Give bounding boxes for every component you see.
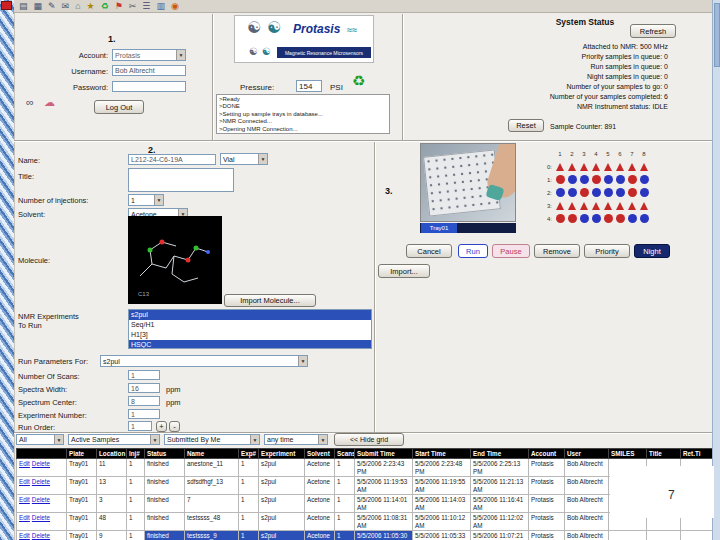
tray-well[interactable]	[590, 213, 602, 225]
flag-icon[interactable]: ⚑	[115, 0, 123, 13]
tray-well[interactable]	[590, 174, 602, 186]
tray-well[interactable]	[554, 187, 566, 199]
width-input[interactable]	[128, 383, 160, 393]
experiments-list[interactable]: s2pulSeq/H1H1[3]HSQC	[128, 309, 372, 349]
edit-link[interactable]: Edit	[19, 496, 30, 503]
tray-well[interactable]	[566, 161, 578, 173]
tray-well[interactable]	[638, 213, 650, 225]
tray-well[interactable]	[578, 174, 590, 186]
tray-well[interactable]	[638, 187, 650, 199]
grid-header[interactable]: Start Time	[413, 449, 471, 459]
filter-scope-select[interactable]: All ▼	[16, 434, 64, 445]
tray-well[interactable]	[638, 161, 650, 173]
vial-select[interactable]: Vial ▼	[220, 153, 268, 165]
grid-header[interactable]: Plate	[67, 449, 97, 459]
tray-well[interactable]	[626, 161, 638, 173]
experiment-option[interactable]: HSQC	[129, 340, 371, 349]
tray-well[interactable]	[626, 187, 638, 199]
tray-well[interactable]	[614, 200, 626, 212]
delete-link[interactable]: Delete	[32, 532, 50, 539]
grid-header[interactable]: SMILES	[609, 449, 647, 459]
name-input[interactable]	[128, 154, 216, 165]
run-button[interactable]: Run	[458, 244, 488, 258]
tray-well[interactable]	[578, 187, 590, 199]
tray-well[interactable]	[566, 174, 578, 186]
tray-well[interactable]	[554, 174, 566, 186]
grid-header[interactable]: Account	[529, 449, 565, 459]
recycle-icon[interactable]: ♻	[101, 0, 109, 13]
logout-button[interactable]: Log Out	[94, 100, 144, 114]
tray-well[interactable]	[614, 161, 626, 173]
tray-well[interactable]	[554, 161, 566, 173]
tray-well[interactable]	[602, 174, 614, 186]
tray-well[interactable]	[626, 200, 638, 212]
expnum-input[interactable]	[128, 409, 160, 419]
edit-icon[interactable]: ✎	[48, 0, 56, 13]
delete-link[interactable]: Delete	[32, 496, 50, 503]
tray-well[interactable]	[590, 187, 602, 199]
username-input[interactable]	[112, 65, 186, 76]
remove-button[interactable]: Remove	[534, 244, 580, 258]
scrollbar-thumb[interactable]	[714, 3, 720, 67]
filter-status-select[interactable]: Active Samples ▼	[68, 434, 160, 445]
center-input[interactable]	[128, 396, 160, 406]
night-button[interactable]: Night	[634, 244, 670, 258]
tray-well[interactable]	[638, 174, 650, 186]
tray-well[interactable]	[614, 213, 626, 225]
edit-link[interactable]: Edit	[19, 460, 30, 467]
run-order-increment-button[interactable]: +	[156, 421, 167, 432]
delete-link[interactable]: Delete	[32, 478, 50, 485]
tray-well[interactable]	[602, 187, 614, 199]
experiment-option[interactable]: s2pul	[129, 310, 371, 320]
tray-well[interactable]	[602, 213, 614, 225]
experiment-option[interactable]: Seq/H1	[129, 320, 371, 330]
tray-well[interactable]	[614, 174, 626, 186]
tray-well[interactable]	[602, 161, 614, 173]
delete-link[interactable]: Delete	[32, 460, 50, 467]
edit-link[interactable]: Edit	[19, 532, 30, 539]
tray-well[interactable]	[626, 213, 638, 225]
star-icon[interactable]: ★	[87, 0, 95, 13]
grid-header[interactable]: Scans	[335, 449, 355, 459]
delete-link[interactable]: Delete	[32, 514, 50, 521]
run-order-decrement-button[interactable]: -	[169, 421, 180, 432]
grid-header[interactable]: End Time	[471, 449, 529, 459]
import-molecule-button[interactable]: Import Molecule...	[224, 294, 316, 307]
tray-well[interactable]	[578, 161, 590, 173]
injections-select[interactable]: 1 ▼	[128, 194, 164, 206]
grid-header[interactable]: Ret.Ti	[681, 449, 713, 459]
record-icon[interactable]: ◉	[171, 0, 179, 13]
refresh-button[interactable]: Refresh	[630, 24, 676, 38]
tray-well[interactable]	[578, 213, 590, 225]
chart-icon[interactable]: ▥	[156, 0, 165, 13]
run-params-select[interactable]: s2pul ▼	[100, 355, 308, 367]
import-button[interactable]: Import...	[378, 264, 430, 278]
title-textarea[interactable]	[128, 168, 234, 192]
tray-well[interactable]	[566, 187, 578, 199]
grid-header[interactable]: Title	[647, 449, 681, 459]
cancel-button[interactable]: Cancel	[406, 244, 452, 258]
window-scrollbar[interactable]	[712, 0, 720, 540]
grid-header[interactable]: Experiment	[259, 449, 305, 459]
grid-header[interactable]: Submit Time	[355, 449, 413, 459]
tray-well[interactable]	[566, 213, 578, 225]
tray-well[interactable]	[590, 200, 602, 212]
password-input[interactable]	[112, 81, 186, 92]
tray-well[interactable]	[626, 174, 638, 186]
grid-header[interactable]: User	[565, 449, 609, 459]
home-icon[interactable]: ⌂	[75, 0, 80, 13]
grid-header[interactable]: Status	[145, 449, 185, 459]
menu-icon[interactable]: ☰	[142, 0, 150, 13]
edit-link[interactable]: Edit	[19, 478, 30, 485]
mail-icon[interactable]: ✉	[62, 0, 70, 13]
grid-header[interactable]: Solvent	[305, 449, 335, 459]
grid-header[interactable]: Inj#	[127, 449, 145, 459]
tray-tab[interactable]: Tray01	[421, 223, 457, 233]
order-input[interactable]	[128, 421, 152, 431]
tray-well[interactable]	[554, 213, 566, 225]
filter-time-select[interactable]: any time ▼	[264, 434, 328, 445]
grid-icon[interactable]: ▦	[34, 0, 43, 13]
tray-well[interactable]	[590, 161, 602, 173]
edit-link[interactable]: Edit	[19, 514, 30, 521]
grid-header[interactable]: Location	[97, 449, 127, 459]
